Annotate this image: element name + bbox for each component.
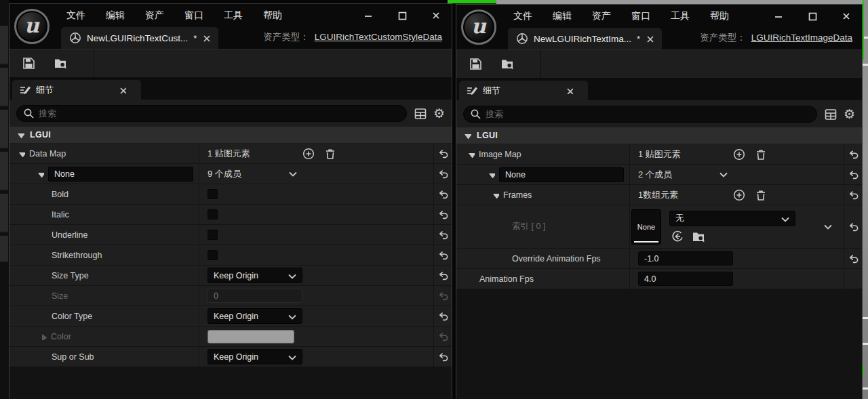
menu-tools[interactable]: 工具 [224,9,243,22]
menu-help[interactable]: 帮助 [710,10,729,22]
asset-picker-dropdown[interactable]: 无 [669,211,795,226]
maximize-button[interactable] [805,9,820,24]
reset-to-default-icon[interactable] [848,169,859,180]
toolbar-divider [94,49,94,78]
right-toolbar [456,49,862,78]
display-filter-icon[interactable] [824,108,837,121]
details-tab[interactable]: 细节 [12,80,141,100]
property-label: Size Type [52,271,89,280]
menu-window[interactable]: 窗口 [184,9,203,22]
reset-to-default-icon[interactable] [848,253,859,264]
asset-type-link[interactable]: LGUIRichTextCustomStyleData [315,32,442,42]
gear-icon[interactable]: ⚙ [844,108,855,121]
add-element-icon[interactable] [733,148,745,161]
expand-advanced-icon[interactable] [823,222,833,232]
menu-window[interactable]: 窗口 [631,10,650,22]
search-input[interactable] [16,105,407,122]
search-input[interactable] [463,106,817,123]
asset-type-link[interactable]: LGUIRichTextImageData [751,33,852,43]
reset-to-default-icon[interactable] [848,222,859,232]
bold-checkbox[interactable] [208,189,218,199]
tab-close-icon[interactable] [646,35,654,43]
maximize-button[interactable] [395,8,410,23]
display-filter-icon[interactable] [414,107,427,120]
expander-right-icon[interactable] [39,333,47,340]
clear-elements-icon[interactable] [324,148,336,160]
menu-tools[interactable]: 工具 [671,10,690,22]
reset-to-default-icon[interactable] [437,148,448,159]
color-type-dropdown[interactable]: Keep Origin [208,308,302,324]
reset-to-default-icon[interactable] [437,250,448,261]
browse-to-asset-button[interactable] [54,56,68,70]
asset-document-tab[interactable]: NewLGUIRichTextIma... * [508,28,662,49]
clear-elements-icon[interactable] [755,148,767,161]
details-tab[interactable]: 细节 [459,81,588,100]
expander-icon[interactable] [488,171,495,178]
minimize-button[interactable] [361,8,376,23]
gear-icon[interactable]: ⚙ [433,107,445,120]
row-strikethrough: Strikethrough [9,245,452,266]
row-frames: Frames 1数组元素 [456,185,862,205]
reset-to-default-icon[interactable] [848,149,859,160]
menu-edit[interactable]: 编辑 [553,10,572,22]
save-button[interactable] [22,56,36,70]
sup-or-sub-dropdown[interactable]: Keep Origin [208,349,302,364]
save-button[interactable] [469,57,483,71]
menu-asset[interactable]: 资产 [145,9,164,22]
reset-to-default-icon[interactable] [437,270,448,281]
row-image-map: Image Map 1 贴图元素 [456,144,862,165]
menu-edit[interactable]: 编辑 [106,9,125,22]
category-lgui[interactable]: LGUI [456,127,862,144]
menu-asset[interactable]: 资产 [592,10,611,22]
expander-icon[interactable] [18,150,25,157]
strikethrough-checkbox[interactable] [208,250,218,260]
asset-icon [69,32,81,44]
category-lgui[interactable]: LGUI [9,127,452,144]
unreal-logo: u [14,9,50,44]
tab-close-icon[interactable] [202,34,210,42]
browse-to-asset-icon[interactable] [692,230,705,243]
details-icon [19,84,31,96]
size-type-dropdown[interactable]: Keep Origin [208,268,302,283]
menu-help[interactable]: 帮助 [263,9,282,22]
browse-to-asset-button[interactable] [500,57,515,71]
map-count: 1 贴图元素 [638,148,718,161]
reset-to-default-icon [437,331,448,342]
chevron-down-icon[interactable] [718,169,728,180]
reset-to-default-icon[interactable] [437,169,448,180]
expander-icon[interactable] [492,191,499,198]
category-expander-icon[interactable] [16,131,24,139]
expander-icon[interactable] [37,170,44,177]
details-icon [466,85,477,96]
details-tab-close-icon[interactable] [119,86,126,93]
close-button[interactable] [429,8,443,23]
expander-icon[interactable] [467,150,475,158]
asset-document-tab[interactable]: NewLGUIRichTextCust... * [61,27,218,49]
map-key-input[interactable] [48,167,193,182]
add-element-icon[interactable] [302,148,315,160]
minimize-button[interactable] [771,9,786,24]
asset-thumbnail[interactable]: None [631,209,661,245]
property-label: Color Type [52,312,92,321]
color-swatch[interactable] [208,330,294,343]
reset-to-default-icon[interactable] [437,209,448,220]
map-key-input[interactable] [499,167,624,182]
override-animation-fps-input[interactable] [638,251,733,266]
reset-to-default-icon[interactable] [437,189,448,200]
underline-checkbox[interactable] [208,230,218,240]
add-element-icon[interactable] [733,189,745,201]
reset-to-default-icon[interactable] [848,190,859,201]
reset-to-default-icon[interactable] [437,311,448,322]
use-selected-asset-icon[interactable] [671,230,684,243]
animation-fps-input[interactable] [638,272,733,286]
reset-to-default-icon[interactable] [437,230,448,240]
menu-file[interactable]: 文件 [513,10,532,22]
reset-to-default-icon[interactable] [437,352,448,362]
chevron-down-icon[interactable] [288,169,298,179]
clear-elements-icon[interactable] [755,189,767,201]
italic-checkbox[interactable] [208,209,218,219]
menu-file[interactable]: 文件 [66,9,85,22]
category-expander-icon[interactable] [463,131,471,140]
details-tab-close-icon[interactable] [566,87,573,94]
close-button[interactable] [839,9,854,24]
